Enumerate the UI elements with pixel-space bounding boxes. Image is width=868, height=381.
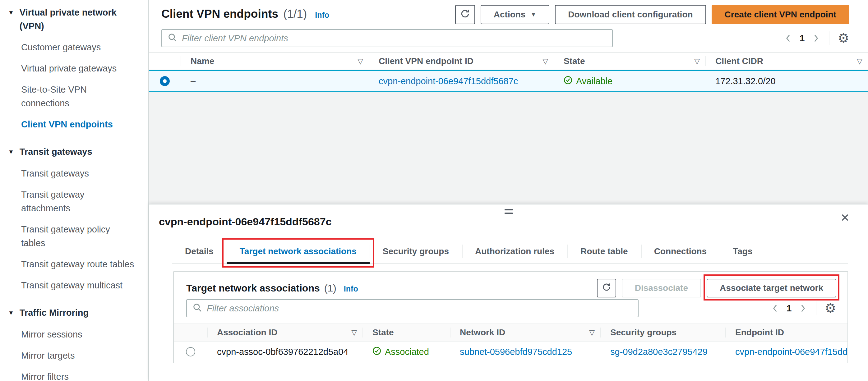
actions-button[interactable]: Actions ▼ (480, 5, 550, 24)
column-header-endpoint-id: Endpoint ID (725, 324, 847, 341)
sidebar-item-customer-gateways[interactable]: Customer gateways (0, 40, 148, 54)
associations-filter-input[interactable] (207, 303, 632, 314)
endpoint-id-link[interactable]: cvpn-endpoint-06e947f15ddf5687c (379, 76, 518, 86)
cell-network-id: subnet-0596ebfd975cdd125 (450, 342, 600, 362)
refresh-icon (602, 283, 611, 294)
row-radio-cell (149, 71, 181, 91)
refresh-button[interactable] (597, 279, 616, 297)
select-column-header (174, 324, 207, 341)
pagination: 1 ⚙ (770, 301, 836, 315)
sidebar-item-mirror-sessions[interactable]: Mirror sessions (0, 327, 148, 341)
tab-details[interactable]: Details (172, 240, 227, 263)
page-number: 1 (800, 33, 805, 43)
associations-title-group: Target network associations (1) Info (186, 283, 358, 294)
sidebar-item-virtual-private-gateways[interactable]: Virtual private gateways (0, 62, 148, 75)
associations-filter-box (186, 299, 639, 317)
endpoint-id-link[interactable]: cvpn-endpoint-06e947f15ddf5687c (735, 347, 847, 357)
status-available: Available (564, 76, 613, 87)
disassociate-button[interactable]: Disassociate (622, 279, 701, 297)
pager-divider (816, 301, 816, 315)
sidebar-section-vpn[interactable]: ▼ Virtual private network (VPN) (0, 6, 148, 33)
sidebar-item-transit-gateway-policy-tables[interactable]: Transit gateway policy tables (0, 223, 148, 250)
page-title-group: Client VPN endpoints (1/1) Info (161, 5, 329, 21)
tab-connections[interactable]: Connections (641, 240, 720, 263)
page-title-count: (1/1) (283, 7, 307, 21)
associations-toolbar: 1 ⚙ (174, 299, 847, 317)
close-icon[interactable] (840, 213, 850, 224)
select-column-header (149, 53, 181, 70)
cell-endpoint-id: cvpn-endpoint-06e947f15ddf5687c (725, 342, 847, 362)
list-toolbar: 1 ⚙ (149, 29, 868, 47)
cell-security-groups: sg-09d2a80e3c2795429 (600, 342, 725, 362)
security-group-link[interactable]: sg-09d2a80e3c2795429 (610, 347, 708, 357)
sidebar-section-label: Traffic Mirroring (20, 306, 89, 320)
sidebar-item-transit-gateways[interactable]: Transit gateways (0, 166, 148, 180)
page-next-icon[interactable] (798, 304, 808, 313)
panel-drag-handle-icon[interactable] (504, 209, 513, 216)
info-link[interactable]: Info (315, 10, 329, 20)
settings-gear-icon[interactable]: ⚙ (825, 302, 836, 315)
page-previous-icon[interactable] (770, 304, 780, 313)
search-icon (192, 303, 203, 314)
app-root: ▼ Virtual private network (VPN) Customer… (0, 0, 868, 381)
column-header-security-groups: Security groups (600, 324, 725, 341)
create-client-vpn-endpoint-button[interactable]: Create client VPN endpoint (712, 5, 849, 24)
associations-card: Target network associations (1) Info Dis… (173, 271, 848, 363)
cell-association-id: cvpn-assoc-0bf639762212d5a04 (207, 342, 363, 362)
sort-icon[interactable]: ▽ (351, 328, 363, 337)
cell-client-cidr: 172.31.32.0/20 (705, 71, 868, 91)
sort-icon[interactable]: ▽ (358, 57, 369, 65)
sort-icon[interactable]: ▽ (694, 57, 705, 65)
settings-gear-icon[interactable]: ⚙ (838, 32, 849, 45)
sort-icon[interactable]: ▽ (857, 57, 868, 65)
sidebar-section-transit-gateways[interactable]: ▼ Transit gateways (0, 145, 148, 159)
info-link[interactable]: Info (344, 284, 358, 293)
cell-state: Associated (363, 342, 450, 362)
pager-divider (829, 31, 830, 45)
column-header-endpoint-id: Client VPN endpoint ID ▽ (369, 53, 554, 70)
sidebar-item-site-to-site-vpn-connections[interactable]: Site-to-Site VPN connections (0, 83, 148, 110)
endpoint-filter-input[interactable] (182, 33, 607, 43)
sidebar-item-transit-gateway-attachments[interactable]: Transit gateway attachments (0, 188, 148, 215)
sidebar-item-transit-gateway-route-tables[interactable]: Transit gateway route tables (0, 257, 148, 271)
association-table-row[interactable]: cvpn-assoc-0bf639762212d5a04 Associated … (174, 342, 847, 362)
tab-route-table[interactable]: Route table (567, 240, 641, 263)
endpoint-filter-box (161, 29, 613, 47)
column-header-state: State ▽ (554, 53, 705, 70)
associate-target-network-button[interactable]: Associate target network (707, 279, 836, 297)
tab-security-groups[interactable]: Security groups (370, 240, 462, 263)
associations-table-header: Association ID ▽ State Network ID ▽ (174, 323, 847, 342)
page-previous-icon[interactable] (783, 34, 793, 43)
pagination: 1 ⚙ (783, 31, 849, 45)
page-header: Client VPN endpoints (1/1) Info Actions (149, 4, 868, 24)
network-id-link[interactable]: subnet-0596ebfd975cdd125 (460, 347, 572, 357)
sort-icon[interactable]: ▽ (589, 328, 600, 337)
sidebar: ▼ Virtual private network (VPN) Customer… (0, 0, 149, 381)
sidebar-section-label: Transit gateways (20, 145, 92, 159)
column-header-association-id: Association ID ▽ (207, 324, 363, 341)
search-icon (167, 33, 178, 44)
client-vpn-list-area: Client VPN endpoints (1/1) Info Actions (149, 0, 868, 204)
cell-name: – (181, 71, 369, 91)
sort-icon[interactable]: ▽ (542, 57, 554, 65)
row-radio-cell (174, 342, 207, 362)
tab-target-network-associations[interactable]: Target network associations (227, 240, 370, 263)
panel-tabs: Details Target network associations Secu… (172, 240, 848, 264)
sidebar-section-traffic-mirroring[interactable]: ▼ Traffic Mirroring (0, 306, 148, 320)
associations-title: Target network associations (186, 283, 320, 294)
sidebar-item-mirror-filters[interactable]: Mirror filters (0, 370, 148, 381)
endpoint-table-row[interactable]: – cvpn-endpoint-06e947f15ddf5687c Availa… (149, 70, 868, 92)
radio-unselected[interactable] (186, 347, 195, 356)
page-next-icon[interactable] (811, 34, 821, 43)
sidebar-item-transit-gateway-multicast[interactable]: Transit gateway multicast (0, 279, 148, 292)
associations-card-header: Target network associations (1) Info Dis… (174, 272, 847, 297)
download-client-configuration-button[interactable]: Download client configuration (555, 5, 706, 24)
sidebar-group-mirroring: Mirror sessions Mirror targets Mirror fi… (0, 327, 148, 381)
refresh-button[interactable] (455, 5, 475, 24)
sidebar-item-client-vpn-endpoints[interactable]: Client VPN endpoints (0, 118, 148, 131)
sidebar-group-vpn: Customer gateways Virtual private gatewa… (0, 40, 148, 131)
tab-authorization-rules[interactable]: Authorization rules (462, 240, 567, 263)
sidebar-item-mirror-targets[interactable]: Mirror targets (0, 349, 148, 362)
tab-tags[interactable]: Tags (720, 240, 766, 263)
radio-selected[interactable] (160, 76, 170, 86)
